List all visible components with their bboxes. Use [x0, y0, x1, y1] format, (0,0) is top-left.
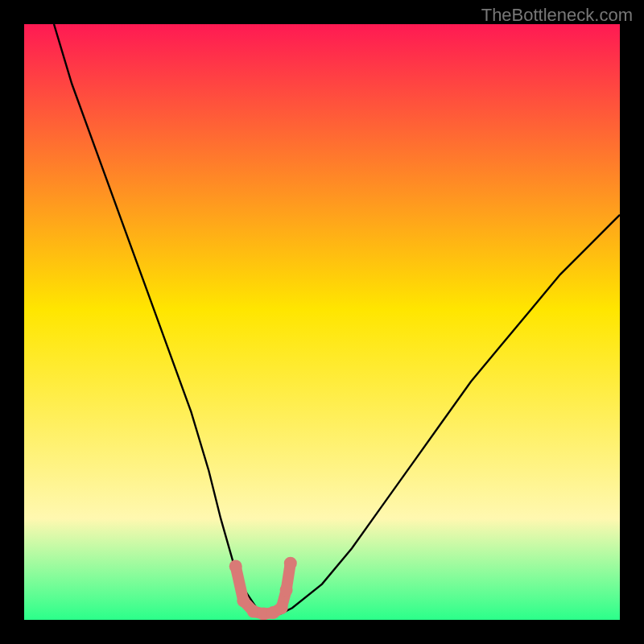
- marker-dot: [280, 584, 293, 597]
- watermark-text: TheBottleneck.com: [481, 5, 633, 26]
- marker-dot: [237, 594, 250, 607]
- plot-area: [24, 24, 620, 620]
- marker-dot: [229, 559, 242, 572]
- chart-svg: [24, 24, 620, 620]
- marker-dot: [275, 601, 288, 614]
- gradient-background: [24, 24, 620, 620]
- marker-dot: [284, 557, 297, 570]
